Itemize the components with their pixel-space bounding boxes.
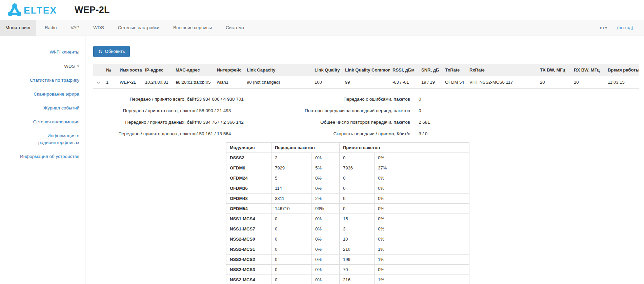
stat-label-left: Передано / принято данных, пакетов — [93, 128, 197, 140]
stat-value-right: 0 — [410, 94, 644, 105]
modulation-tx-percent: 0% — [312, 244, 340, 255]
modulation-table-body: DSSS220%00%OFDM679295%793637%OFDM2450%00… — [226, 153, 469, 284]
modulation-rx-count: 0 — [340, 194, 375, 204]
sidebar-item-device-info[interactable]: Информация об устройстве — [19, 153, 79, 160]
sidebar: Wi-Fi клиентыWDS>Статистика по трафикуСк… — [0, 36, 85, 284]
wds-col-header-1: Имя хоста — [117, 64, 142, 76]
modulation-rx-count: 216 — [340, 275, 375, 284]
wds-cell-num: 1 — [103, 76, 117, 89]
modulation-table: Модуляция Передано пакетов Принято пакет… — [226, 142, 469, 284]
wds-cell-snr: 19 / 19 — [419, 76, 442, 89]
stat-value-left: 158 090 / 21 493 — [197, 105, 302, 117]
modulation-row: NSS2-MCS000%100% — [226, 234, 469, 244]
stat-label-right: Повторы передачи за последний период, па… — [302, 105, 410, 117]
row-expander[interactable] — [93, 76, 103, 89]
sidebar-item-radio-interfaces-info[interactable]: Информация о радиоинтерфейсах — [19, 133, 79, 146]
modulation-row: OFDM5414671093%00% — [226, 204, 469, 214]
nav-right: ru▾ (выход) — [600, 20, 633, 36]
refresh-icon: ↻ — [98, 49, 103, 54]
sidebar-item-wds[interactable]: WDS> — [19, 63, 79, 70]
stat-label-left: Передано / принято всего, пакетов — [93, 105, 197, 117]
nav-tab-radio[interactable]: Radio — [39, 20, 62, 36]
top-header: ELTEX WEP-2L — [0, 0, 644, 20]
nav-tab-network-settings[interactable]: Сетевые настройки — [113, 20, 165, 36]
modulation-tx-count: 0 — [271, 214, 312, 224]
wds-cell-rx_rate: VHT NSS2-MCS6 117 — [467, 76, 537, 89]
modulation-tx-count: 7929 — [271, 163, 312, 173]
chevron-right-icon: > — [77, 63, 79, 69]
sidebar-item-event-log[interactable]: Журнал событий — [19, 105, 79, 111]
modulation-tx-count: 0 — [271, 224, 312, 234]
wds-col-header-12: TX BW, МГц — [537, 64, 571, 76]
modulation-rx-count: 210 — [340, 244, 375, 255]
modulation-tx-percent: 0% — [312, 234, 340, 244]
modulation-name: NSS2-MCS1 — [226, 244, 271, 255]
modulation-tx-percent: 0% — [312, 224, 340, 234]
modulation-tx-count: 0 — [271, 275, 312, 284]
modulation-rx-percent: 0% — [375, 173, 469, 183]
nav-tab-external-services[interactable]: Внешние сервисы — [168, 20, 217, 36]
language-label: ru — [600, 25, 604, 30]
page-layout: Wi-Fi клиентыWDS>Статистика по трафикуСк… — [0, 36, 644, 284]
tx-packets-col-header: Передано пакетов — [271, 143, 340, 153]
modulation-tx-count: 3311 — [271, 194, 312, 204]
language-selector[interactable]: ru▾ — [600, 25, 607, 30]
modulation-row: NSS2-MCS300%700% — [226, 265, 469, 275]
modulation-tx-count: 2 — [271, 153, 312, 163]
wds-col-header-9: SNR, дБ — [419, 64, 442, 76]
modulation-rx-count: 0 — [340, 204, 375, 214]
modulation-rx-count: 0 — [340, 183, 375, 194]
wds-cell-host: WEP-2L — [117, 76, 142, 89]
logout-link[interactable]: (выход) — [617, 25, 633, 30]
caret-down-icon: ▾ — [605, 26, 607, 30]
modulation-name: OFDM24 — [226, 173, 271, 183]
modulation-tx-count: 0 — [271, 244, 312, 255]
stat-label-left: Передано / принято всего, байт — [93, 94, 197, 105]
link-statistics: Передано / принято всего, байт53 934 606… — [93, 94, 644, 140]
sidebar-item-network-info[interactable]: Сетевая информация — [19, 119, 79, 125]
modulation-tx-count: 146710 — [271, 204, 312, 214]
modulation-name: OFDM6 — [226, 163, 271, 173]
sidebar-item-air-scan[interactable]: Сканирование эфира — [19, 91, 79, 98]
wds-cell-mac: e8:28:c1:da:cb:05 — [173, 76, 214, 89]
stat-label-right: Передано с ошибками, пакетов — [302, 94, 410, 105]
modulation-tx-percent: 0% — [312, 275, 340, 284]
nav-tab-wds[interactable]: WDS — [88, 20, 109, 36]
refresh-button[interactable]: ↻ Обновить — [93, 46, 130, 57]
wds-col-header-11: RxRate — [467, 64, 537, 76]
wds-cell-link_quality_common: 99 — [342, 76, 390, 89]
wds-cell-rx_bw: 20 — [571, 76, 605, 89]
modulation-tx-count: 0 — [271, 234, 312, 244]
modulation-tx-percent: 0% — [312, 214, 340, 224]
modulation-rx-percent: 0% — [375, 214, 469, 224]
nav-tab-monitoring[interactable]: Мониторинг — [0, 20, 36, 36]
modulation-row: NSS1-MCS400%150% — [226, 214, 469, 224]
modulation-tx-count: 0 — [271, 265, 312, 275]
modulation-rx-percent: 0% — [375, 183, 469, 194]
nav-tab-vap[interactable]: VAP — [65, 20, 85, 36]
wds-col-header-8: RSSI, дБм — [390, 64, 419, 76]
page-title: WEP-2L — [75, 5, 110, 15]
refresh-button-label: Обновить — [105, 48, 125, 55]
wds-col-header-3: MAC-адрес — [173, 64, 214, 76]
modulation-tx-percent: 0% — [312, 183, 340, 194]
wds-col-header-0: № — [103, 64, 117, 76]
sidebar-menu: Wi-Fi клиентыWDS>Статистика по трафикуСк… — [19, 49, 79, 160]
modulation-name: DSSS2 — [226, 153, 271, 163]
stat-label-right: Скорость передачи / приема, Кбит/с — [302, 128, 410, 140]
modulation-name: OFDM54 — [226, 204, 271, 214]
modulation-row: NSS2-MCS200%1991% — [226, 255, 469, 265]
modulation-name: OFDM36 — [226, 183, 271, 194]
modulation-row: OFDM679295%793637% — [226, 163, 469, 173]
sidebar-item-wifi-clients[interactable]: Wi-Fi клиенты — [19, 49, 79, 56]
stat-value-right: 3 / 0 — [410, 128, 644, 140]
modulation-rx-percent: 0% — [375, 265, 469, 275]
wds-cell-iface: wlan1 — [214, 76, 244, 89]
svg-text:ELTEX: ELTEX — [24, 5, 57, 16]
modulation-rx-percent: 0% — [375, 194, 469, 204]
nav-tab-system[interactable]: Система — [220, 20, 249, 36]
modulation-name: NSS1-MCS4 — [226, 214, 271, 224]
modulation-row: OFDM4833112%00% — [226, 194, 469, 204]
sidebar-item-traffic-stats[interactable]: Статистика по трафику — [19, 77, 79, 84]
wds-table-body: 1WEP-2L10.24.80.81e8:28:c1:da:cb:05wlan1… — [93, 76, 639, 89]
